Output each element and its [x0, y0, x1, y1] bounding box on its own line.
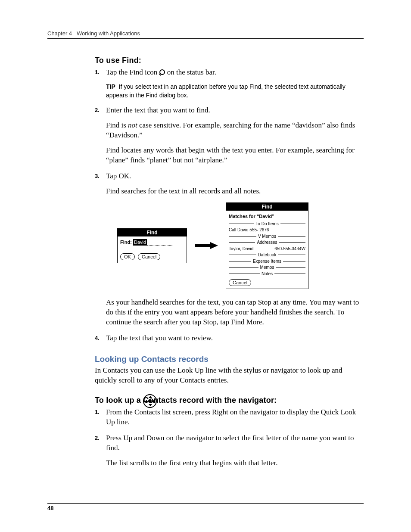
group-addresses: Addresses [255, 240, 279, 246]
tip-label: TIP [106, 83, 115, 90]
step-3: Tap OK. Find searches for the text in al… [95, 171, 364, 327]
find-results-title: Find [226, 203, 308, 211]
matches-header: Matches for “David” [229, 213, 305, 220]
content-area: To use Find: Tap the Find icon on the st… [95, 56, 364, 468]
page-header: Chapter 4 Working with Applications [47, 30, 364, 39]
procedure-heading: To look up a Contacts record with the na… [95, 396, 364, 405]
step-1-text-a: Tap the Find icon [106, 68, 159, 76]
step-2-text: Enter the text that you want to find. [106, 106, 210, 114]
lookup-step-2-text: Press Up and Down on the navigator to se… [106, 434, 354, 452]
step-2-p2: Find locates any words that begin with t… [106, 146, 364, 165]
group-memos: Memos [258, 264, 276, 271]
page: Chapter 4 Working with Applications To u… [0, 0, 411, 532]
tip-block: TIP If you select text in an application… [106, 83, 364, 100]
addr-entry-name[interactable]: Taylor, David [229, 246, 253, 252]
step-1: Tap the Find icon on the status bar. TIP… [95, 68, 364, 100]
addr-entry-phone[interactable]: 650-555-3434W [274, 246, 305, 252]
find-label: Find: [120, 239, 132, 246]
not-italic: not [128, 121, 137, 129]
step-4: Tap the text that you want to review. [95, 333, 364, 343]
lookup-step-1-text: From the Contacts list screen, press Rig… [106, 408, 356, 426]
todo-entry[interactable]: Call David 555- 2676 [229, 227, 269, 233]
group-notes: Notes [260, 271, 274, 277]
step-2: Enter the text that you want to find. Fi… [95, 106, 364, 165]
find-input[interactable]: David [133, 239, 147, 246]
navigator-icon [143, 394, 157, 408]
group-expense: Expense Items [251, 258, 283, 264]
step-3-p1: Find searches for the text in all record… [106, 187, 364, 196]
group-datebook: Datebook [256, 252, 278, 258]
lookup-step-2-p1: The list scrolls to the first entry that… [106, 458, 364, 468]
step-1-text-b: on the status bar. [165, 68, 216, 76]
step-2-p1: Find is not case sensitive. For example,… [106, 121, 364, 140]
step-4-text: Tap the text that you want to review. [106, 334, 213, 342]
subsection-intro: In Contacts you can use the Look Up line… [95, 366, 364, 386]
subsection-heading: Looking up Contacts records [95, 355, 364, 364]
find-icon [159, 69, 165, 75]
input-underline [147, 245, 173, 246]
results-cancel-button[interactable]: Cancel [229, 279, 251, 286]
group-todo: To Do Items [254, 221, 280, 227]
find-results-dialog: Find Matches for “David” To Do Items Cal… [226, 202, 308, 289]
page-footer: 48 [47, 503, 364, 511]
figure-find-dialogs: Find Find: David OK Cancel Find [117, 202, 364, 289]
tip-text: If you select text in an application bef… [106, 83, 346, 99]
chapter-label: Chapter 4 [47, 30, 72, 37]
lookup-steps: From the Contacts list screen, press Rig… [95, 408, 364, 468]
group-vmemos: V Memos [256, 233, 278, 240]
find-dialog: Find Find: David OK Cancel [117, 228, 187, 263]
lookup-step-2: Press Up and Down on the navigator to se… [95, 433, 364, 468]
cancel-button[interactable]: Cancel [138, 253, 160, 260]
lookup-step-1: From the Contacts list screen, press Rig… [95, 408, 364, 427]
find-dialog-title: Find [118, 229, 187, 236]
chapter-title: Working with Applications [77, 30, 140, 37]
step-3-p2: As your handheld searches for the text, … [106, 298, 364, 327]
section-heading: To use Find: [95, 56, 364, 65]
step-3-text: Tap OK. [106, 172, 131, 180]
ok-button[interactable]: OK [120, 253, 135, 260]
arrow-icon [195, 243, 218, 249]
find-steps: Tap the Find icon on the status bar. TIP… [95, 68, 364, 343]
page-number: 48 [47, 505, 53, 511]
